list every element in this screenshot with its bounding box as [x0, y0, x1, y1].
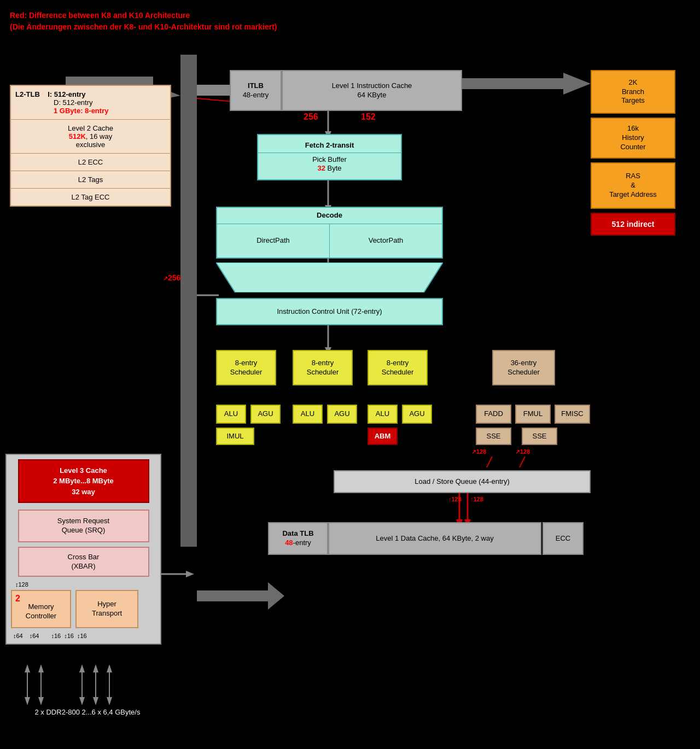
indirect-box: 512 indirect [591, 213, 675, 236]
alu-3: ALU [368, 405, 398, 424]
l3-cache-label: Level 3 Cache 2 MByte...8 MByte 32 way [53, 465, 114, 498]
l2-cache-section: Level 2 Cache512K, 16 wayexclusive [11, 120, 170, 154]
xbar-box: Cross Bar(XBAR) [18, 547, 149, 577]
right-arrow-svg [462, 70, 593, 97]
decode-box: Decode DirectPath VectorPath [216, 207, 443, 259]
svg-marker-50 [93, 664, 98, 672]
ras-box: RAS & Target Address [591, 162, 675, 209]
fmul-label: FMUL [523, 409, 542, 419]
branch-targets-box: 2K Branch Targets [591, 70, 675, 114]
l2-ecc-section: L2 ECC [11, 154, 170, 171]
l2-tags-section: L2 Tags [11, 171, 170, 189]
mc-count: 2 [15, 593, 20, 605]
decode-label: Decode [317, 211, 342, 219]
svg-rect-0 [180, 55, 197, 547]
sse-1-box: SSE [476, 428, 511, 445]
ls-128-1: ↑128 [448, 496, 462, 502]
svg-marker-53 [107, 664, 112, 672]
decode-vector: VectorPath [369, 236, 404, 245]
itlb-label: ITLB [248, 81, 264, 91]
alu-2: ALU [293, 405, 323, 424]
svg-marker-40 [25, 697, 30, 705]
itlb-box: ITLB 48-entry [230, 70, 282, 111]
icu-label: Instruction Control Unit (72-entry) [277, 307, 382, 317]
legend: Red: Difference between K8 and K10 Archi… [10, 10, 277, 33]
svg-marker-41 [25, 664, 30, 672]
scheduler-1-label: 8-entryScheduler [230, 359, 262, 377]
scheduler-2-label: 8-entryScheduler [307, 359, 339, 377]
fmisc-label: FMISC [561, 409, 583, 419]
agu-1: AGU [250, 405, 281, 424]
fmul-box: FMUL [515, 405, 551, 424]
l1-dcache-box: Level 1 Data Cache, 64 KByte, 2 way [328, 522, 541, 555]
ras-label: RAS & Target Address [609, 172, 657, 200]
data-tlb-label: Data TLB [282, 529, 313, 539]
alu-3-label: ALU [376, 409, 389, 419]
bottom-labels: ↕64 ↕64 ↕16 ↕16 ↕16 [13, 633, 156, 639]
fmisc-box: FMISC [555, 405, 590, 424]
agu-2: AGU [327, 405, 357, 424]
arrow-64: ↕64 [13, 633, 23, 639]
xbar-label: Cross Bar(XBAR) [68, 553, 100, 571]
l1-icache-label: Level 1 Instruction Cache [332, 81, 412, 91]
svg-marker-49 [93, 697, 98, 705]
alu-1: ALU [216, 405, 246, 424]
legend-line1: Red: Difference between K8 and K10 Archi… [10, 10, 277, 21]
imul-1: IMUL [216, 428, 254, 445]
load-store-label: Load / Store Queue (44-entry) [415, 477, 509, 487]
hyper-transport-box: HyperTransport [75, 590, 138, 628]
arrow-16-3: ↕16 [77, 633, 87, 639]
agu-2-label: AGU [334, 409, 349, 419]
pick-buffer-label: Pick Buffer [312, 155, 347, 163]
data-tlb-box: Data TLB 48-entry [268, 522, 328, 555]
l2-cache-label: Level 2 Cache512K, 16 wayexclusive [68, 124, 113, 149]
ecc-label: ECC [556, 534, 570, 543]
l3-cache-box: Level 3 Cache 2 MByte...8 MByte 32 way [18, 459, 149, 503]
sse-1-label: SSE [486, 432, 500, 441]
scheduler-4-label: 36-entryScheduler [508, 359, 540, 377]
history-counter-box: 16k History Counter [591, 118, 675, 159]
ddr2-label: 2 x DDR2-800 2...6 x 6,4 GByte/s [16, 708, 159, 716]
left-system-box: Level 3 Cache 2 MByte...8 MByte 32 way S… [5, 454, 161, 645]
scheduler-3: 8-entryScheduler [368, 350, 428, 385]
xbar-128-label: ↕128 [15, 581, 156, 588]
scheduler-2: 8-entryScheduler [293, 350, 353, 385]
imul-1-label: IMUL [226, 432, 243, 441]
l2-tags-label: L2 Tags [78, 175, 103, 184]
l1-icache-box: Level 1 Instruction Cache 64 KByte [282, 70, 462, 111]
svg-marker-54 [197, 582, 284, 610]
memory-ctrl-box: 2 MemoryController [11, 590, 71, 628]
svg-marker-47 [79, 664, 85, 672]
arrow-16-1: ↕16 [51, 633, 61, 639]
legend-line2: (Die Änderungen zwischen der K8- und K10… [10, 21, 277, 33]
l1-icache-size: 64 KByte [358, 91, 387, 100]
history-counter-label: 16k History Counter [620, 124, 645, 152]
sse-2-box: SSE [522, 428, 557, 445]
abm-box: ABM [368, 428, 398, 445]
alu-1-label: ALU [224, 409, 238, 419]
arrow-64b: ↕64 [30, 633, 39, 639]
label-256-left: ↗256 [163, 273, 180, 282]
svg-marker-44 [38, 664, 44, 672]
sse-2-label: SSE [532, 432, 546, 441]
fetch-box: Fetch 2-transit Pick Buffer 32 Byte [257, 134, 402, 180]
fadd-label: FADD [484, 409, 503, 419]
icu-box: Instruction Control Unit (72-entry) [216, 298, 443, 325]
l2-tlb-gig: 1 GByte: 8-entry [54, 107, 108, 115]
load-store-box: Load / Store Queue (44-entry) [334, 470, 591, 493]
ht-label: HyperTransport [92, 600, 122, 618]
abm-label: ABM [375, 432, 391, 441]
svg-marker-20 [186, 571, 194, 577]
ls-128-2: ↑128 [470, 496, 483, 502]
dispatch-shape [216, 262, 443, 292]
alu-2-label: ALU [301, 409, 314, 419]
ecc-box: ECC [542, 522, 584, 555]
data-tlb-entry: 48-entry [285, 539, 311, 548]
l2-tag-ecc-section: L2 Tag ECC [11, 189, 170, 206]
sse-128-1: ↗128 [471, 448, 486, 455]
scheduler-4: 36-entryScheduler [492, 350, 555, 385]
label-152: 152 [361, 112, 376, 122]
l2-tlb-label: L2-TLB I: 512-entry [15, 90, 86, 98]
decode-direct: DirectPath [256, 236, 290, 245]
scheduler-1: 8-entryScheduler [216, 350, 276, 385]
